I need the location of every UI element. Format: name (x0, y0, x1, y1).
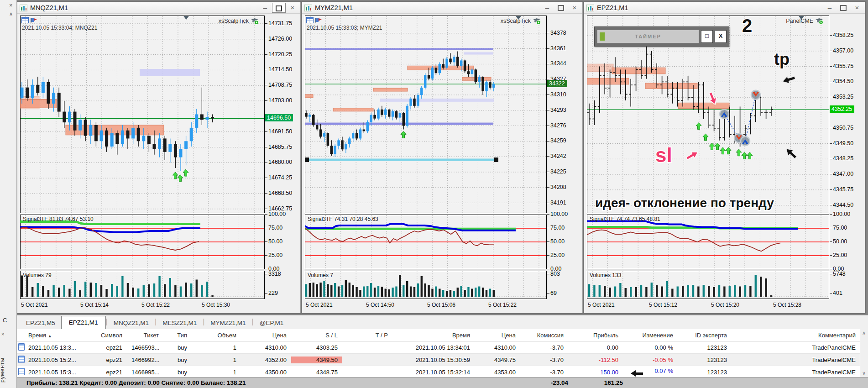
chart-client[interactable]: 3437834361343443432734310342933427634259… (302, 14, 582, 313)
maximize-button[interactable] (272, 3, 286, 13)
chart-tab-mymz21-m1[interactable]: MYMZ21,M1 (204, 317, 251, 330)
dock-collapse-icon[interactable]: ∧ (9, 11, 13, 17)
history-row[interactable]: 2021.10.05 13:3...epz211466593...buy1431… (16, 341, 860, 354)
cell: 4353.00 (475, 369, 520, 376)
column-header[interactable]: Прибыль (568, 332, 623, 339)
column-header[interactable]: Объем (192, 332, 241, 339)
cell: 123123 (678, 357, 732, 363)
price-axis-label: 14731.75 (265, 20, 292, 26)
data-window-icon[interactable] (21, 17, 29, 23)
volumes-pane (305, 271, 547, 299)
cell: 2021.10.05 13:3... (26, 344, 81, 351)
expert-label: PanelCME (786, 17, 824, 25)
price-pane (305, 16, 547, 213)
time-axis-label: 5 Oct 2021 (21, 302, 48, 308)
minimize-button[interactable]: – (258, 3, 272, 13)
close-button[interactable]: × (568, 3, 581, 13)
cell: buy (163, 344, 192, 351)
signal3tf-pane (587, 215, 829, 269)
expert-icon[interactable] (533, 17, 541, 25)
column-header[interactable]: Символ (81, 332, 127, 339)
dock-vertical-label[interactable]: рументы (0, 339, 8, 383)
history-row[interactable]: 2021.10.05 15:3...epz211466995...buy1435… (16, 366, 860, 378)
chart-tab-epz21-m5[interactable]: EPZ21,M5 (20, 317, 61, 330)
chart-annotation: идея- отклонение по тренду (595, 196, 774, 210)
volume-axis-label: 69 (547, 290, 557, 296)
price-axis-label: 34344 (547, 60, 566, 67)
indicator-axis-label: 25.00 (265, 252, 282, 258)
time-axis-label: 5 Oct 15:28 (773, 302, 801, 308)
cell: 123123 (678, 369, 732, 376)
column-header[interactable]: Тикет (127, 332, 163, 339)
scroll-down-icon[interactable]: ∨ (860, 370, 868, 376)
cell: 150.00 (568, 369, 623, 376)
dock-tab-c[interactable]: C (3, 317, 7, 324)
highlight-arrow-icon (627, 370, 636, 377)
toolbox-close-icon[interactable]: × (1, 331, 4, 337)
column-header[interactable]: T / P (342, 332, 392, 339)
expert-icon[interactable] (251, 17, 259, 25)
cell: 4350.00 (241, 369, 291, 376)
volume-axis-label: 401 (830, 290, 842, 296)
maximize-button[interactable] (554, 3, 568, 13)
cell: TradePanelCME (732, 357, 860, 363)
flag-icon[interactable] (315, 17, 322, 23)
indicator-axis-label: 50.00 (830, 238, 847, 245)
order-doc-icon[interactable] (18, 368, 25, 375)
cell: 2021.10.05 15:2... (26, 357, 81, 363)
cell: 4349.50 (291, 357, 342, 363)
price-axis-label: 14680.00 (265, 159, 292, 165)
minimize-button[interactable]: – (823, 3, 837, 13)
dock-close-icon[interactable]: × (9, 2, 13, 9)
chart-tab--ep-m1[interactable]: @EP,M1 (254, 317, 289, 330)
cell: 4352.00 (241, 357, 291, 363)
cell: epz21 (81, 357, 127, 363)
column-header[interactable]: Цена (241, 332, 291, 339)
column-header[interactable]: Время (392, 332, 475, 339)
timer-maximize-button[interactable]: □ (701, 30, 713, 43)
data-window-icon[interactable] (306, 17, 314, 23)
column-header[interactable]: Комментарий (732, 332, 860, 339)
cell: 1466995... (127, 369, 163, 376)
chart-tab-epz21-m1[interactable]: EPZ21,M1 (61, 316, 106, 330)
chart-tab-mnqz21-m1[interactable]: MNQZ21,M1 (108, 317, 155, 330)
order-doc-icon[interactable] (18, 343, 25, 351)
minimize-button[interactable]: – (540, 3, 554, 13)
price-axis-label: 4345.75 (830, 186, 853, 193)
close-button[interactable]: × (286, 3, 299, 13)
maximize-button[interactable] (837, 3, 850, 13)
scroll-up-icon[interactable]: ∧ (860, 330, 868, 336)
window-titlebar[interactable]: MYMZ21,M1 – × (302, 2, 582, 14)
volume-axis-label: 5748 (830, 271, 846, 277)
chart-client[interactable]: 14731.7514726.0014720.2514714.5014708.75… (17, 14, 300, 313)
column-header[interactable]: Изменение (623, 332, 678, 339)
price-axis-label: 4350.75 (830, 125, 853, 131)
flag-icon[interactable] (30, 17, 37, 23)
indicator-axis-label: 75.00 (830, 225, 847, 231)
chart-tab-mesz21-m1[interactable]: MESZ21,M1 (157, 317, 203, 330)
order-doc-icon[interactable] (18, 356, 25, 363)
price-axis-label: 4358.25 (830, 32, 853, 38)
expert-label: xsScalpTick (501, 17, 541, 25)
window-title: MYMZ21,M1 (315, 4, 353, 11)
column-header[interactable]: S / L (291, 332, 342, 339)
window-titlebar[interactable]: EPZ21,M1 – × (584, 2, 865, 14)
cell: 0.07 % (623, 367, 678, 377)
column-header[interactable]: Время ▲ (26, 332, 81, 339)
volume-axis-label: 229 (265, 290, 278, 296)
price-axis-label: 34208 (547, 184, 566, 190)
column-header[interactable]: ID эксперта (678, 332, 732, 339)
window-titlebar[interactable]: MNQZ21,M1 – × (17, 2, 300, 14)
close-button[interactable]: × (850, 3, 864, 13)
history-row[interactable]: 2021.10.05 15:2...epz211466992...buy1435… (16, 354, 860, 366)
table-scrollbar[interactable]: ∧ ∨ (860, 329, 868, 377)
chart-client[interactable]: 2tpslидея- отклонение по тренду4358.2543… (584, 14, 865, 313)
column-header[interactable]: Комиссия (520, 332, 568, 339)
column-header[interactable]: Тип (163, 332, 192, 339)
column-header[interactable]: Цена (475, 332, 520, 339)
timer-panel[interactable]: ТАЙМЕР□X (594, 26, 729, 47)
expert-name: PanelCME (786, 18, 813, 24)
expert-name: xsScalpTick (219, 18, 249, 24)
expert-icon[interactable] (815, 17, 824, 25)
timer-close-button[interactable]: X (715, 30, 727, 43)
